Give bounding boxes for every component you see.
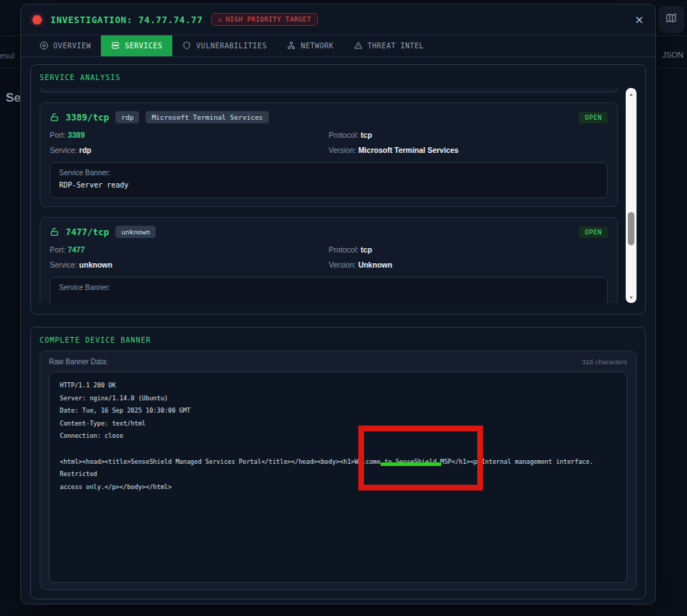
device-banner-section: COMPLETE DEVICE BANNER Raw Banner Data: … (30, 327, 646, 599)
vertical-scrollbar[interactable]: ▲ ▼ (626, 88, 637, 303)
priority-badge: ⚠ HIGH PRIORITY TARGET (211, 13, 317, 26)
section-title: COMPLETE DEVICE BANNER (40, 336, 637, 344)
investigation-modal: INVESTIGATION: 74.77.74.77 ⚠ HIGH PRIORI… (20, 4, 656, 604)
service-banner-label: Service Banner: (59, 283, 598, 291)
service-port-label: 3389/tcp (66, 112, 109, 123)
field-protocol: Protocol: tcp (329, 131, 608, 139)
map-icon (665, 12, 677, 27)
modal-header: INVESTIGATION: 74.77.74.77 ⚠ HIGH PRIORI… (21, 4, 655, 35)
service-tag: rdp (115, 111, 139, 123)
service-card-3389: 3389/tcp rdp Microsoft Terminal Services… (40, 102, 618, 207)
service-analysis-section: SERVICE ANALYSIS 3389/tcp rdp Microsoft … (30, 64, 646, 314)
raw-banner-label: Raw Banner Data: (49, 358, 108, 366)
scroll-down-arrow[interactable]: ▼ (626, 292, 637, 302)
tab-services[interactable]: SERVICES (101, 35, 172, 56)
service-banner-box: Service Banner: (50, 277, 608, 303)
tab-label: OVERVIEW (53, 42, 91, 50)
modal-title: INVESTIGATION: 74.77.74.77 (50, 14, 203, 25)
field-protocol: Protocol: tcp (329, 245, 608, 254)
partially-scrolled-card (40, 88, 618, 92)
field-port: Port: 3389 (50, 131, 329, 139)
scroll-up-arrow[interactable]: ▲ (626, 89, 637, 99)
tab-label: VULNERABILITIES (196, 42, 267, 50)
section-title: SERVICE ANALYSIS (40, 74, 637, 82)
server-icon (111, 41, 120, 51)
raw-banner-container: Raw Banner Data: 316 characters HTTP/1.1… (40, 351, 637, 590)
map-view-button[interactable] (658, 6, 684, 33)
services-scroll-area[interactable]: 3389/tcp rdp Microsoft Terminal Services… (40, 88, 637, 303)
eye-icon (40, 41, 48, 51)
field-service: Service: rdp (50, 146, 329, 154)
service-banner-text: RDP-Server ready (59, 181, 598, 189)
field-service: Service: unknown (50, 260, 329, 269)
priority-badge-label: HIGH PRIORITY TARGET (226, 16, 311, 23)
raw-banner-text: HTTP/1.1 200 OK Server: nginx/1.14.0 (Ub… (49, 371, 627, 583)
tab-overview[interactable]: OVERVIEW (30, 35, 101, 56)
network-icon (287, 41, 296, 51)
background-text-fragment: esul (0, 51, 14, 60)
service-port-label: 7477/tcp (66, 226, 109, 237)
tab-network[interactable]: NETWORK (277, 35, 344, 56)
open-status-badge: OPEN (579, 112, 608, 123)
unlock-icon (50, 113, 59, 122)
tab-label: SERVICES (125, 42, 162, 50)
service-banner-box: Service Banner: RDP-Server ready (50, 162, 608, 198)
character-count: 316 characters (582, 358, 627, 366)
modal-content: SERVICE ANALYSIS 3389/tcp rdp Microsoft … (21, 57, 655, 604)
tab-vulnerabilities[interactable]: VULNERABILITIES (172, 35, 277, 56)
open-status-badge: OPEN (579, 226, 608, 238)
scrollbar-thumb[interactable] (628, 212, 634, 245)
close-button[interactable]: ✕ (634, 14, 644, 25)
tab-label: NETWORK (301, 42, 334, 50)
service-banner-label: Service Banner: (59, 169, 598, 177)
warning-icon: ⚠ (218, 16, 222, 23)
service-tag: unknown (115, 226, 156, 238)
unlock-icon (50, 227, 59, 237)
field-port: Port: 7477 (50, 245, 329, 254)
json-toggle[interactable]: JSON (662, 50, 683, 59)
tab-bar: OVERVIEW SERVICES VULNERABILITIES NETWOR… (21, 35, 655, 57)
field-version: Version: Microsoft Terminal Services (329, 146, 608, 154)
alert-triangle-icon (354, 41, 363, 51)
service-tag: Microsoft Terminal Services (146, 111, 268, 123)
tab-threat-intel[interactable]: THREAT INTEL (344, 35, 434, 56)
field-version: Version: Unknown (329, 260, 608, 269)
status-dot-icon (32, 15, 42, 25)
shield-icon (182, 41, 191, 51)
tab-label: THREAT INTEL (368, 42, 424, 50)
service-card-7477: 7477/tcp unknown OPEN Port: 7477 Protoco… (40, 217, 618, 303)
background-text-fragment: Se (6, 91, 21, 105)
